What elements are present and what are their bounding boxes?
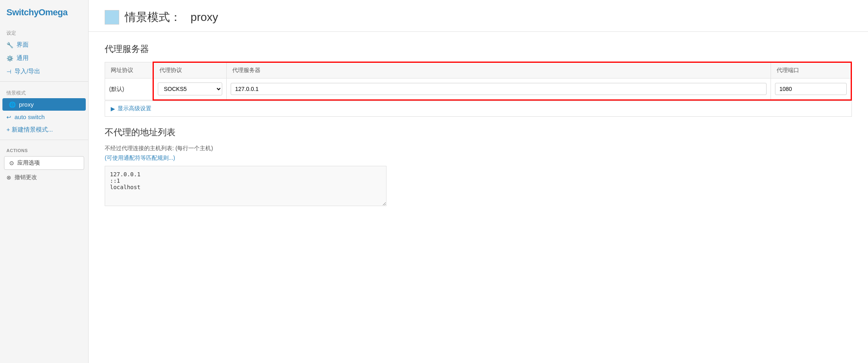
- actions-label: ACTIONS: [0, 143, 88, 155]
- cancel-button[interactable]: ⊗ 撤销更改: [0, 171, 88, 184]
- no-proxy-title: 不代理的地址列表: [105, 126, 852, 138]
- col-header-protocol: 网址协议: [105, 62, 153, 78]
- main-content: 情景模式： proxy 代理服务器 网址协议 代理协议 代理服务器 代理端口 (…: [89, 0, 868, 363]
- sidebar-item-general[interactable]: ⚙️ 通用: [0, 52, 88, 65]
- settings-section-label: 设定: [0, 25, 88, 38]
- advanced-link-label: 显示高级设置: [118, 105, 151, 112]
- import-icon: ⊣: [6, 68, 11, 75]
- cell-protocol: (默认): [105, 78, 153, 100]
- cancel-icon: ⊗: [6, 174, 11, 181]
- page-title-prefix: 情景模式：: [125, 11, 181, 23]
- profiles-section-label: 情景模式: [0, 85, 88, 98]
- table-header-row: 网址协议 代理协议 代理服务器 代理端口: [105, 62, 851, 78]
- cell-proxy-port: [771, 78, 851, 100]
- sidebar-item-auto-switch[interactable]: ↩ auto switch: [0, 111, 88, 123]
- proxy-server-input[interactable]: [231, 83, 767, 95]
- table-row: (默认) SOCKS5 SOCKS4 HTTP HTTPS: [105, 78, 851, 100]
- advanced-settings-bar: ▶ 显示高级设置: [105, 101, 852, 117]
- sidebar-divider: [0, 81, 88, 82]
- col-header-proxy-server: 代理服务器: [227, 62, 771, 78]
- apply-button[interactable]: ⊙ 应用选项: [4, 156, 84, 170]
- no-proxy-section: 不代理的地址列表 不经过代理连接的主机列表: (每行一个主机) (可使用通配符等…: [105, 126, 852, 208]
- sidebar-item-interface[interactable]: 🔧 界面: [0, 38, 88, 52]
- proxy-table: 网址协议 代理协议 代理服务器 代理端口 (默认) SOCKS5 SOCKS4 …: [105, 62, 852, 101]
- apply-label: 应用选项: [17, 159, 40, 167]
- proxy-protocol-select[interactable]: SOCKS5 SOCKS4 HTTP HTTPS: [158, 82, 222, 95]
- no-proxy-textarea[interactable]: 127.0.0.1 ::1 localhost: [105, 166, 386, 206]
- gear-icon: ⚙️: [6, 55, 13, 62]
- page-header: 情景模式： proxy: [89, 0, 868, 32]
- cancel-label: 撤销更改: [14, 174, 37, 181]
- proxy-section-title: 代理服务器: [105, 43, 852, 55]
- page-title-name: proxy: [190, 11, 218, 23]
- chevron-right-icon: ▶: [111, 105, 115, 112]
- col-header-proxy-proto: 代理协议: [153, 62, 227, 78]
- main-body: 代理服务器 网址协议 代理协议 代理服务器 代理端口 (默认) SOCKS5: [89, 32, 868, 219]
- proxy-port-input[interactable]: [775, 83, 847, 95]
- sidebar-item-label: 界面: [17, 41, 29, 49]
- sidebar-divider-2: [0, 140, 88, 140]
- cell-proxy-server: [227, 78, 771, 100]
- sidebar-item-label: 导入/导出: [14, 68, 40, 75]
- cell-proxy-proto: SOCKS5 SOCKS4 HTTP HTTPS: [153, 78, 227, 100]
- advanced-settings-link[interactable]: ▶ 显示高级设置: [105, 101, 851, 116]
- sidebar-item-add-profile[interactable]: + 新建情景模式...: [0, 123, 88, 136]
- sidebar-item-proxy[interactable]: 🌐 proxy: [2, 98, 86, 111]
- sidebar-item-label: proxy: [19, 101, 34, 108]
- col-header-proxy-port: 代理端口: [771, 62, 851, 78]
- no-proxy-desc: 不经过代理连接的主机列表: (每行一个主机): [105, 145, 852, 152]
- add-profile-label: + 新建情景模式...: [6, 126, 53, 134]
- page-title: 情景模式： proxy: [125, 10, 218, 25]
- app-logo: SwitchyOmega: [0, 0, 88, 25]
- sidebar-item-label: 通用: [17, 54, 29, 62]
- sidebar: SwitchyOmega 设定 🔧 界面 ⚙️ 通用 ⊣ 导入/导出 情景模式 …: [0, 0, 89, 363]
- globe-icon: 🌐: [9, 101, 16, 108]
- apply-icon: ⊙: [9, 160, 14, 166]
- sidebar-item-import-export[interactable]: ⊣ 导入/导出: [0, 65, 88, 78]
- profile-icon-box: [105, 10, 119, 25]
- sidebar-item-label: auto switch: [14, 113, 45, 120]
- no-proxy-link[interactable]: (可使用通配符等匹配规则...): [105, 155, 852, 162]
- switch-icon: ↩: [6, 114, 11, 120]
- wrench-icon: 🔧: [6, 42, 13, 48]
